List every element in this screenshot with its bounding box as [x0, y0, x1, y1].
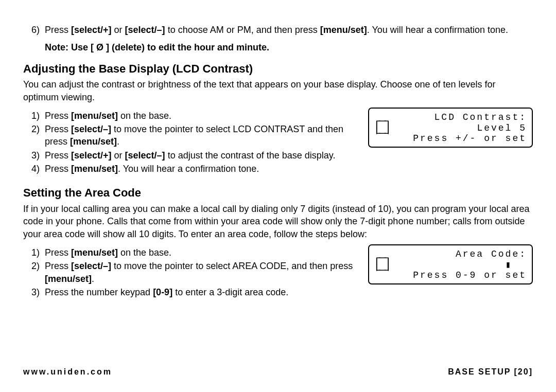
step-item: 2)Press [select/–] to move the pointer t…: [23, 123, 361, 148]
steps-lcd-contrast: 1)Press [menu/set] on the base. 2)Press …: [23, 110, 361, 175]
orphan-step-list: 6)Press [select/+] or [select/–] to choo…: [23, 24, 533, 36]
steps-area-code: 1)Press [menu/set] on the base. 2)Press …: [23, 246, 361, 298]
step-item: 3)Press [select/+] or [select/–] to adju…: [23, 149, 361, 162]
para-lcd-contrast: You can adjust the contrast or brightnes…: [23, 78, 533, 103]
lcd-screen-area-code: ┌─┐ │ │ └─┘ Area Code: ▮ Press 0-9 or se…: [368, 244, 533, 284]
step-item: 1)Press [menu/set] on the base.: [23, 246, 361, 259]
lcd-battery-icon: ┌─┐ │ │ └─┘: [373, 119, 391, 137]
lcd-battery-icon: ┌─┐ │ │ └─┘: [373, 256, 391, 274]
lcd-text: LCD Contrast: Level 5 Press +/- or set: [396, 112, 527, 144]
step-item: 4)Press [menu/set]. You will hear a conf…: [23, 163, 361, 175]
step-number: 6): [31, 24, 45, 36]
lcd-text: Area Code: ▮ Press 0-9 or set: [396, 249, 527, 281]
page-footer: www.uniden.com BASE SETUP [20]: [23, 366, 533, 378]
footer-section: BASE SETUP [20]: [448, 366, 533, 378]
para-area-code: If in your local calling area you can ma…: [23, 203, 533, 240]
lcd-screen-contrast: ┌─┐ │ │ └─┘ LCD Contrast: Level 5 Press …: [368, 108, 533, 148]
heading-area-code: Setting the Area Code: [23, 185, 533, 201]
footer-url: www.uniden.com: [23, 366, 112, 378]
step-item: 1)Press [menu/set] on the base.: [23, 110, 361, 122]
step-item: 3)Press the number keypad [0-9] to enter…: [23, 286, 361, 298]
edit-note: Note: Use [ Ø ] (delete) to edit the hou…: [45, 41, 533, 54]
step-item: 6)Press [select/+] or [select/–] to choo…: [23, 24, 533, 36]
heading-lcd-contrast: Adjusting the Base Display (LCD Contrast…: [23, 61, 533, 77]
step-item: 2)Press [select/–] to move the pointer t…: [23, 260, 361, 285]
